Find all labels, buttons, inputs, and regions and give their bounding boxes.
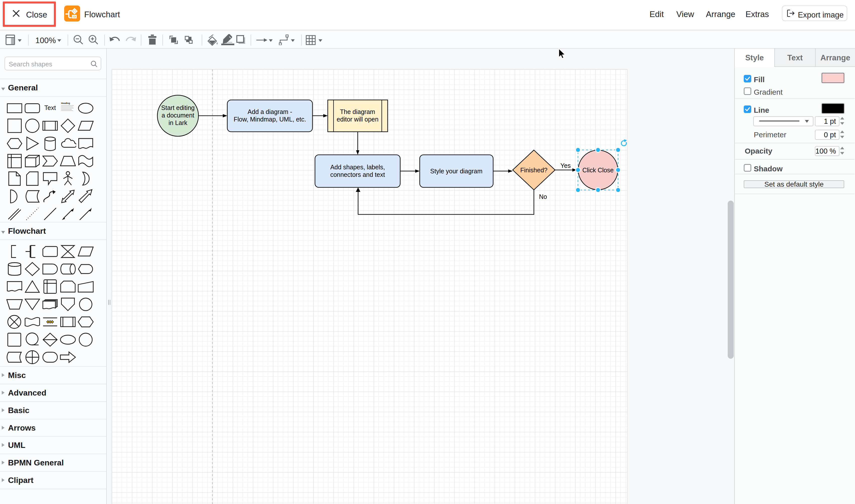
svg-text:Click Close: Click Close <box>582 166 614 174</box>
svg-text:connectors and text: connectors and text <box>330 171 385 178</box>
svg-text:Add shapes, labels,: Add shapes, labels, <box>330 164 385 170</box>
svg-text:The diagram: The diagram <box>340 108 375 115</box>
svg-text:Finished?: Finished? <box>520 166 547 174</box>
svg-text:Flow, Mindmap, UML, etc.: Flow, Mindmap, UML, etc. <box>234 116 306 123</box>
svg-text:Yes: Yes <box>560 162 571 169</box>
svg-text:Style your diagram: Style your diagram <box>430 167 482 175</box>
svg-text:Add a diagram -: Add a diagram - <box>248 108 292 115</box>
svg-text:a document: a document <box>162 112 194 119</box>
svg-text:No: No <box>539 193 547 200</box>
svg-text:Start editing: Start editing <box>161 104 194 111</box>
svg-text:in Lark: in Lark <box>168 119 188 126</box>
svg-text:editor will open: editor will open <box>337 116 379 123</box>
